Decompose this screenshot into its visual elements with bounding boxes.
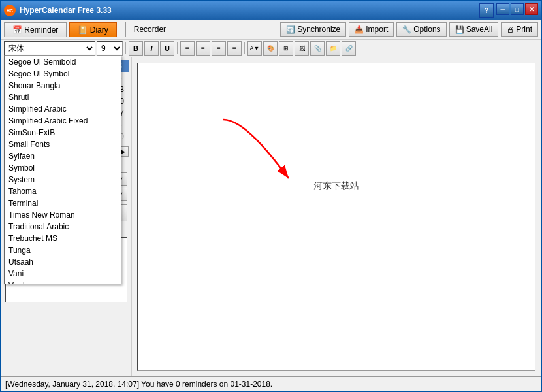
status-text: [Wednesday, January 31, 2018. 14:07] You… — [5, 380, 272, 389]
font-item[interactable]: Traditional Arabic — [5, 221, 121, 233]
app-icon: HC — [4, 5, 16, 16]
font-item[interactable]: Shonar Bangla — [5, 80, 121, 91]
font-item[interactable]: Segoe UI Symbol — [5, 68, 121, 80]
font-dropdown-list[interactable]: Segoe UI SemiboldSegoe UI SymbolShonar B… — [4, 56, 121, 284]
link-icon[interactable]: 🔗 — [342, 41, 356, 56]
align-left-icon[interactable]: ≡ — [180, 41, 195, 56]
folder-icon[interactable]: 📁 — [326, 41, 340, 56]
font-item[interactable]: Segoe UI Semibold — [5, 56, 121, 68]
synchronize-button[interactable]: 🔄 Synchronize — [280, 22, 346, 37]
attach-icon[interactable]: 📎 — [310, 41, 325, 56]
window-title: HyperCalendar Free 3.33 — [20, 6, 479, 15]
color-icon[interactable]: A▼ — [247, 41, 262, 56]
window-controls: ? ─ □ ✕ — [479, 3, 538, 18]
title-bar: HC HyperCalendar Free 3.33 ? ─ □ ✕ — [1, 1, 541, 20]
tab-diary[interactable]: 📔 Diary — [69, 22, 116, 37]
justify-icon[interactable]: ≡ — [227, 41, 242, 56]
format-sep-3 — [244, 42, 245, 54]
highlight-icon[interactable]: 🎨 — [263, 41, 278, 56]
format-toolbar: 宋体 Segoe UI SemiboldSegoe UI SymbolShona… — [1, 40, 541, 57]
image-icon[interactable]: 🖼 — [295, 41, 309, 56]
help-icon-btn[interactable]: ? — [479, 3, 494, 18]
font-item[interactable]: Shruti — [5, 91, 121, 103]
status-bar: [Wednesday, January 31, 2018. 14:07] You… — [1, 376, 541, 391]
bold-button[interactable]: B — [129, 41, 143, 56]
print-button[interactable]: 🖨 Print — [501, 22, 538, 37]
content-editor[interactable]: 河东下载站 — [137, 63, 535, 371]
close-button[interactable]: ✕ — [525, 3, 538, 15]
content-text: 河东下载站 — [313, 180, 359, 192]
main-window: HC HyperCalendar Free 3.33 ? ─ □ ✕ 📅 Rem… — [0, 0, 542, 392]
font-item[interactable]: Vani — [5, 268, 121, 280]
align-right-icon[interactable]: ≡ — [212, 41, 226, 56]
import-button[interactable]: 📥 Import — [349, 22, 394, 37]
font-item[interactable]: Utsaah — [5, 256, 121, 268]
tab-separator — [121, 23, 121, 36]
tab-recorder[interactable]: Recorder — [125, 22, 174, 37]
font-item[interactable]: Tunga — [5, 244, 121, 256]
minimize-button[interactable]: ─ — [496, 3, 509, 15]
font-item[interactable]: System — [5, 174, 121, 186]
font-select[interactable]: 宋体 — [4, 41, 95, 56]
font-item[interactable]: SimSun-ExtB — [5, 127, 121, 139]
font-item[interactable]: Sylfaen — [5, 150, 121, 162]
format-sep-1 — [125, 42, 126, 54]
font-item[interactable]: Verdana — [5, 280, 121, 284]
font-item[interactable]: Tahoma — [5, 186, 121, 197]
table-icon[interactable]: ⊞ — [279, 41, 293, 56]
font-item[interactable]: Trebuchet MS — [5, 233, 121, 244]
italic-button[interactable]: I — [144, 41, 159, 56]
font-item[interactable]: Simplified Arabic Fixed — [5, 115, 121, 127]
content-panel: 河东下载站 — [132, 57, 541, 376]
font-item[interactable]: Simplified Arabic — [5, 103, 121, 115]
main-toolbar: 📅 Reminder 📔 Diary Recorder 🔄 Synchroniz… — [1, 20, 541, 40]
font-item[interactable]: Symbol — [5, 162, 121, 174]
font-size-select[interactable]: 9 — [97, 41, 123, 56]
format-sep-2 — [177, 42, 178, 54]
font-item[interactable]: Terminal — [5, 197, 121, 209]
font-dropdown-container: 宋体 Segoe UI SemiboldSegoe UI SymbolShona… — [4, 41, 95, 56]
tab-reminder[interactable]: 📅 Reminder — [4, 22, 67, 37]
underline-button[interactable]: U — [160, 41, 174, 56]
options-button[interactable]: 🔧 Options — [396, 22, 446, 37]
maximize-button[interactable]: □ — [511, 3, 524, 15]
align-center-icon[interactable]: ≡ — [196, 41, 210, 56]
font-item[interactable]: Small Fonts — [5, 139, 121, 150]
saveall-button[interactable]: 💾 SaveAll — [449, 22, 499, 37]
font-item[interactable]: Times New Roman — [5, 209, 121, 221]
